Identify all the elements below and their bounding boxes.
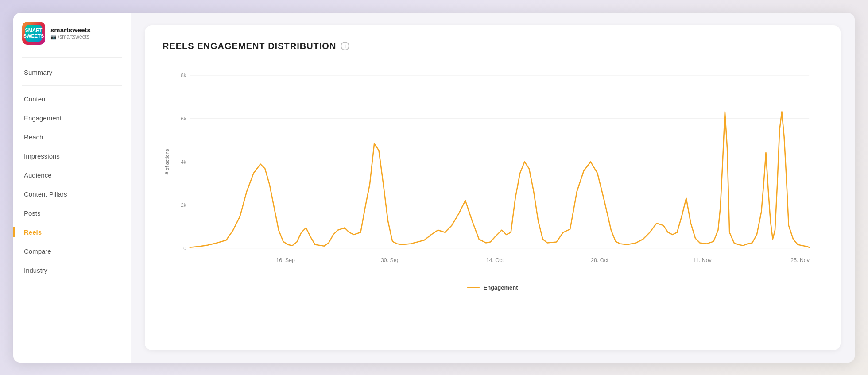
sidebar-item-audience[interactable]: Audience: [13, 166, 131, 185]
sidebar-header: SMARTSWEETS smartsweets 📷 /smartsweets: [13, 13, 131, 54]
x-label-sep30: 30. Sep: [381, 257, 400, 263]
chart-title-row: REELS ENGAGEMENT DISTRIBUTION i: [163, 41, 823, 51]
sidebar: SMARTSWEETS smartsweets 📷 /smartsweets S…: [13, 13, 131, 363]
info-icon[interactable]: i: [341, 42, 349, 50]
sidebar-item-posts[interactable]: Posts: [13, 204, 131, 223]
y-label-2k: 2k: [181, 202, 186, 208]
main-content: REELS ENGAGEMENT DISTRIBUTION i: [131, 13, 855, 363]
chart-area: 0 2k 4k 6k 8k # of actions 16. Sep 30. S…: [163, 65, 823, 295]
y-label-0: 0: [183, 245, 186, 251]
x-label-sep16: 16. Sep: [276, 257, 295, 263]
sidebar-item-engagement[interactable]: Engagement: [13, 108, 131, 128]
app-container: SMARTSWEETS smartsweets 📷 /smartsweets S…: [13, 13, 855, 363]
y-label-8k: 8k: [181, 73, 186, 78]
chart-legend: Engagement: [163, 284, 823, 291]
sidebar-item-reels[interactable]: Reels: [13, 223, 131, 242]
nav-divider: [22, 57, 122, 58]
brand-info: smartsweets 📷 /smartsweets: [50, 26, 91, 40]
sidebar-item-content[interactable]: Content: [13, 89, 131, 108]
brand-handle: 📷 /smartsweets: [50, 34, 91, 40]
nav-list: Summary Content Engagement Reach Impress…: [13, 61, 131, 363]
y-label-6k: 6k: [181, 116, 186, 121]
brand-name: smartsweets: [50, 26, 91, 34]
x-label-oct14: 14. Oct: [486, 257, 504, 263]
sidebar-item-industry[interactable]: Industry: [13, 261, 131, 280]
nav-divider-2: [22, 85, 122, 86]
brand-logo-inner: SMARTSWEETS: [25, 25, 42, 42]
line-chart: 0 2k 4k 6k 8k # of actions 16. Sep 30. S…: [163, 65, 823, 277]
instagram-icon: 📷: [50, 34, 57, 40]
sidebar-item-reach[interactable]: Reach: [13, 128, 131, 147]
chart-title: REELS ENGAGEMENT DISTRIBUTION: [163, 41, 336, 51]
sidebar-item-summary[interactable]: Summary: [13, 63, 131, 82]
x-label-oct28: 28. Oct: [591, 257, 608, 263]
brand-logo: SMARTSWEETS: [22, 22, 45, 45]
sidebar-item-content-pillars[interactable]: Content Pillars: [13, 185, 131, 204]
engagement-line: [190, 112, 809, 247]
chart-card: REELS ENGAGEMENT DISTRIBUTION i: [145, 25, 841, 350]
legend-label-engagement: Engagement: [483, 284, 518, 291]
x-label-nov11: 11. Nov: [693, 257, 712, 263]
x-label-nov25: 25. Nov: [790, 257, 810, 263]
y-axis-title: # of actions: [164, 149, 170, 174]
legend-line-engagement: [467, 287, 480, 288]
y-label-4k: 4k: [181, 159, 186, 164]
sidebar-item-compare[interactable]: Compare: [13, 242, 131, 261]
sidebar-item-impressions[interactable]: Impressions: [13, 147, 131, 166]
